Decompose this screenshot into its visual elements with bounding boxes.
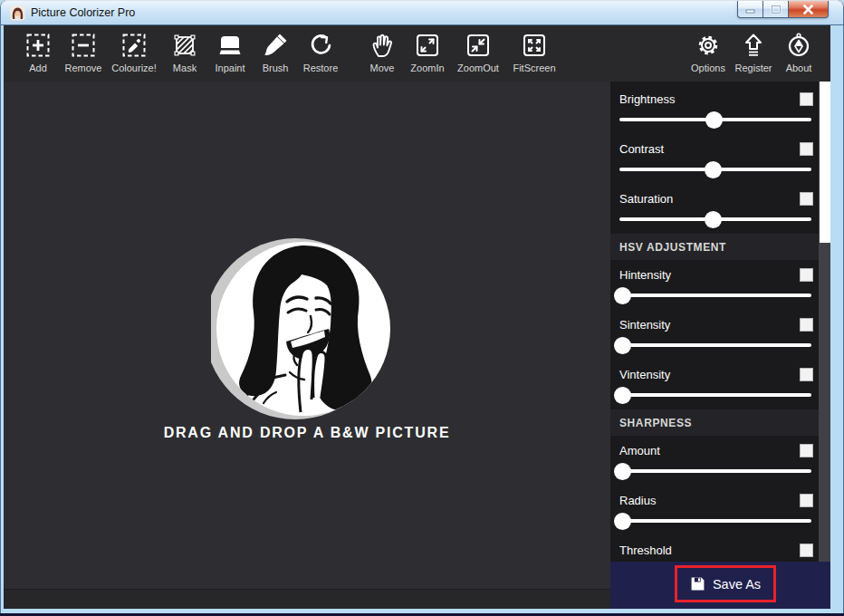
compass-icon bbox=[784, 31, 813, 60]
hintensity-slider-thumb[interactable] bbox=[614, 287, 631, 304]
minimize-button[interactable] bbox=[737, 1, 763, 18]
brightness-checkbox[interactable] bbox=[800, 92, 813, 106]
toolbar-move-button[interactable]: Move bbox=[360, 25, 405, 73]
slider-label: Threshold bbox=[619, 544, 672, 557]
toolbar-label: Options bbox=[691, 63, 725, 73]
zoom-out-collapse-icon bbox=[464, 31, 493, 60]
amount-slider-thumb[interactable] bbox=[614, 463, 631, 480]
vintensity-slider-thumb[interactable] bbox=[614, 387, 631, 404]
toolbar-colourize-button[interactable]: Colourize! bbox=[106, 25, 162, 73]
toolbar-label: Add bbox=[29, 63, 47, 73]
toolbar-label: About bbox=[786, 63, 812, 73]
slider-label: Brightness bbox=[619, 92, 675, 106]
slider-label: Amount bbox=[619, 444, 660, 457]
toolbar-label: ZoomOut bbox=[457, 63, 499, 73]
toolbar-label: Remove bbox=[65, 63, 102, 73]
toolbar-inpaint-button[interactable]: Inpaint bbox=[207, 25, 253, 73]
vintensity-checkbox[interactable] bbox=[800, 368, 813, 381]
amount-slider[interactable] bbox=[619, 469, 811, 473]
toolbar-zoomin-button[interactable]: ZoomIn bbox=[405, 25, 450, 73]
slider-row-amount: Amount bbox=[610, 436, 819, 486]
toolbar: Add Remove Colourize! bbox=[4, 25, 830, 82]
radius-slider[interactable] bbox=[619, 519, 811, 523]
floppy-disk-icon bbox=[690, 576, 705, 592]
amount-checkbox[interactable] bbox=[800, 444, 813, 457]
bw-portrait-placeholder-image bbox=[211, 238, 392, 419]
saturation-checkbox[interactable] bbox=[800, 192, 813, 206]
toolbar-label: Brush bbox=[263, 63, 289, 73]
slider-row-contrast: Contrast bbox=[610, 134, 819, 184]
drop-hint-text: DRAG AND DROP A B&W PICTURE bbox=[4, 425, 610, 441]
sidebar-scrollbar[interactable] bbox=[819, 82, 830, 562]
contrast-slider[interactable] bbox=[619, 168, 811, 171]
toolbar-label: ZoomIn bbox=[410, 63, 444, 73]
vintensity-slider[interactable] bbox=[619, 393, 811, 397]
toolbar-options-button[interactable]: Options bbox=[686, 25, 731, 73]
save-bar: Save As bbox=[610, 562, 830, 609]
restore-undo-arrow-icon bbox=[306, 31, 335, 60]
slider-row-saturation: Saturation bbox=[610, 184, 819, 234]
slider-label: Hintensity bbox=[619, 268, 671, 282]
toolbar-register-button[interactable]: Register bbox=[731, 25, 776, 73]
slider-label: Sintensity bbox=[619, 318, 670, 332]
brightness-slider[interactable] bbox=[619, 118, 811, 121]
contrast-slider-thumb[interactable] bbox=[705, 161, 722, 178]
paintbrush-icon bbox=[261, 31, 290, 60]
window-title: Picture Colorizer Pro bbox=[31, 6, 135, 19]
toolbar-label: Mask bbox=[173, 63, 197, 73]
section-header-text: SHARPNESS bbox=[619, 417, 692, 429]
slider-label: Vintensity bbox=[619, 368, 670, 381]
save-as-label: Save As bbox=[713, 577, 761, 592]
toolbar-label: Restore bbox=[303, 63, 339, 73]
window-controls bbox=[737, 1, 829, 18]
close-button[interactable] bbox=[788, 1, 829, 18]
slider-label: Contrast bbox=[619, 142, 664, 156]
section-header-hsv: HSV ADJUSTMENT bbox=[610, 234, 819, 260]
toolbar-label: Inpaint bbox=[215, 63, 245, 73]
hintensity-slider[interactable] bbox=[619, 294, 811, 297]
remove-dashed-square-minus-icon bbox=[69, 31, 98, 60]
adjustment-panel: Brightness Contrast Saturation bbox=[610, 82, 819, 585]
radius-checkbox[interactable] bbox=[800, 494, 813, 507]
move-hand-icon bbox=[368, 31, 397, 60]
toolbar-label: Register bbox=[735, 63, 772, 73]
image-drop-zone[interactable]: DRAG AND DROP A B&W PICTURE bbox=[4, 82, 610, 589]
sintensity-checkbox[interactable] bbox=[800, 318, 813, 332]
toolbar-remove-button[interactable]: Remove bbox=[61, 25, 106, 73]
slider-row-sintensity: Sintensity bbox=[610, 310, 819, 360]
contrast-checkbox[interactable] bbox=[800, 142, 813, 156]
hintensity-checkbox[interactable] bbox=[800, 268, 813, 282]
toolbar-brush-button[interactable]: Brush bbox=[253, 25, 298, 73]
toolbar-restore-button[interactable]: Restore bbox=[298, 25, 343, 73]
toolbar-label: Move bbox=[370, 63, 395, 73]
slider-label: Saturation bbox=[619, 192, 673, 206]
slider-row-radius: Radius bbox=[610, 486, 819, 535]
saturation-slider[interactable] bbox=[619, 217, 811, 221]
scrollbar-thumb[interactable] bbox=[820, 82, 830, 243]
toolbar-about-button[interactable]: About bbox=[776, 25, 821, 73]
toolbar-mask-button[interactable]: Mask bbox=[162, 25, 207, 73]
toolbar-fitscreen-button[interactable]: FitScreen bbox=[506, 25, 562, 73]
gear-icon bbox=[694, 31, 723, 60]
sintensity-slider[interactable] bbox=[619, 343, 811, 347]
slider-label: Radius bbox=[619, 494, 656, 507]
toolbar-add-button[interactable]: Add bbox=[15, 25, 61, 73]
maximize-button[interactable] bbox=[763, 1, 788, 18]
threshold-checkbox[interactable] bbox=[800, 544, 813, 557]
status-bar bbox=[4, 589, 610, 609]
add-dashed-square-plus-icon bbox=[24, 31, 53, 60]
save-as-button[interactable]: Save As bbox=[690, 576, 761, 592]
saturation-slider-thumb[interactable] bbox=[705, 211, 722, 228]
toolbar-right-group: Options Register About bbox=[674, 25, 830, 73]
toolbar-label: FitScreen bbox=[513, 63, 555, 73]
brightness-slider-thumb[interactable] bbox=[705, 111, 723, 129]
inpaint-patch-icon bbox=[216, 31, 245, 60]
sintensity-slider-thumb[interactable] bbox=[614, 337, 631, 354]
toolbar-zoomout-button[interactable]: ZoomOut bbox=[450, 25, 506, 73]
zoom-in-expand-icon bbox=[413, 31, 442, 60]
mask-hatched-selection-icon bbox=[170, 31, 199, 60]
radius-slider-thumb[interactable] bbox=[614, 513, 631, 530]
app-window: Picture Colorizer Pro Add bbox=[0, 0, 844, 616]
toolbar-label: Colourize! bbox=[111, 63, 157, 73]
adjustment-sidebar: Brightness Contrast Saturation bbox=[610, 82, 830, 609]
